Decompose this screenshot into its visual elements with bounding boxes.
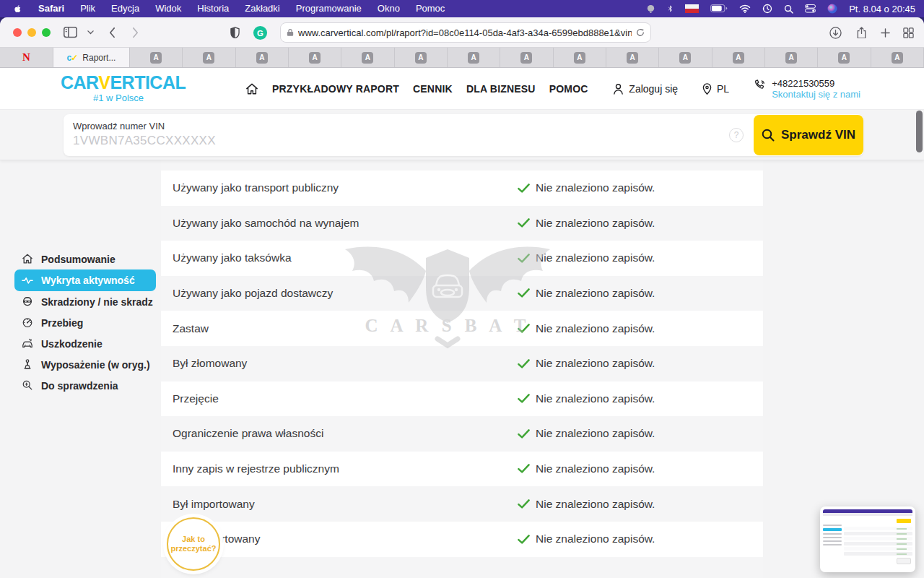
menu-edycja[interactable]: Edycja xyxy=(104,0,147,17)
locale-selector[interactable]: PL xyxy=(702,83,729,95)
table-row: Używany jako taksówka Nie znaleziono zap… xyxy=(161,241,763,276)
sidebar-item-podsumowanie[interactable]: Podsumowanie xyxy=(14,249,156,269)
carvertical-logo[interactable]: CARVERTICAL #1 w Polsce xyxy=(61,73,176,103)
generic-favicon: A xyxy=(785,52,797,64)
phone-number[interactable]: +48221530559 xyxy=(772,78,860,89)
menu-zakladki[interactable]: Zakładki xyxy=(237,0,287,17)
generic-favicon: A xyxy=(415,52,427,64)
thumb-sidebar xyxy=(823,517,842,565)
tab-netflix[interactable]: N xyxy=(0,48,53,67)
tab-item[interactable]: A xyxy=(289,48,341,67)
share-icon[interactable] xyxy=(852,23,871,42)
tab-item[interactable]: A xyxy=(818,48,871,67)
tab-item[interactable]: A xyxy=(448,48,500,67)
menu-pomoc[interactable]: Pomoc xyxy=(409,0,452,17)
tab-item[interactable]: A xyxy=(554,48,606,67)
sidebar-item-wyposazenie[interactable]: Wyposażenie (w oryg.) xyxy=(14,354,156,375)
screenshot-preview-thumbnail[interactable] xyxy=(820,506,915,572)
sidebar-item-do-sprawdzenia[interactable]: Do sprawdzenia xyxy=(14,375,156,396)
sidebar-item-skradziony[interactable]: Skradziony / nie skradz xyxy=(14,291,156,312)
vin-input-placeholder: 1VWBN7A35CCXXXXXX xyxy=(73,134,216,148)
generic-favicon: A xyxy=(468,52,479,64)
wifi-icon[interactable] xyxy=(739,4,751,13)
magnifier-plus-icon xyxy=(22,380,34,390)
table-row: Był eksportowany Nie znaleziono zapisów. xyxy=(161,522,763,557)
check-icon xyxy=(518,394,530,403)
menu-plik[interactable]: Plik xyxy=(73,0,103,17)
forward-button[interactable] xyxy=(126,23,144,42)
login-button[interactable]: Zaloguj się xyxy=(613,83,678,95)
carvertical-favicon: c✓ xyxy=(67,53,79,63)
tab-item[interactable]: A xyxy=(606,48,659,67)
table-row: Przejęcie Nie znaleziono zapisów. xyxy=(161,381,763,417)
nav-przykladowy-raport[interactable]: PRZYKŁADOWY RAPORT xyxy=(272,83,399,95)
netflix-favicon: N xyxy=(22,51,30,64)
back-button[interactable] xyxy=(103,23,121,42)
minimize-window-button[interactable] xyxy=(27,28,36,37)
siri-icon[interactable] xyxy=(827,4,837,14)
check-vin-button[interactable]: Sprawdź VIN xyxy=(754,115,863,155)
zoom-window-button[interactable] xyxy=(42,28,51,37)
check-icon xyxy=(518,359,530,368)
scrollbar-thumb[interactable] xyxy=(916,111,923,152)
table-row: Ograniczenie prawa własności Nie znalezi… xyxy=(161,416,763,452)
grammarly-extension-icon[interactable]: G xyxy=(250,23,269,42)
tab-item[interactable]: A xyxy=(236,48,289,67)
battery-icon[interactable] xyxy=(710,4,728,12)
home-icon[interactable] xyxy=(245,83,258,95)
tab-item[interactable]: A xyxy=(341,48,394,67)
tab-item[interactable]: A xyxy=(183,48,235,67)
url-bar[interactable]: www.carvertical.com/pl/raport?id=08c0e11… xyxy=(280,22,651,43)
how-to-read-badge[interactable]: Jak to przeczytać? xyxy=(167,517,220,571)
apple-menu-icon[interactable] xyxy=(9,4,30,14)
tab-item[interactable]: A xyxy=(500,48,553,67)
sidebar-item-uszkodzenie[interactable]: Uszkodzenie xyxy=(14,333,156,354)
tab-item[interactable]: A xyxy=(659,48,712,67)
menu-okno[interactable]: Okno xyxy=(370,0,407,17)
generic-favicon: A xyxy=(574,52,585,64)
chevron-down-icon[interactable] xyxy=(81,23,100,42)
nav-pomoc[interactable]: POMOC xyxy=(549,83,588,95)
tab-item[interactable]: A xyxy=(395,48,448,67)
tab-item[interactable]: A xyxy=(712,48,765,67)
tab-item[interactable]: A xyxy=(871,48,924,67)
menu-safari[interactable]: Safari xyxy=(31,0,71,17)
poland-flag-icon[interactable] xyxy=(685,4,699,13)
bluetooth-icon[interactable] xyxy=(667,4,674,14)
reload-icon[interactable] xyxy=(636,28,645,37)
sidebar-item-przebieg[interactable]: Przebieg xyxy=(14,312,156,333)
status-app-icon[interactable] xyxy=(646,4,655,14)
generic-favicon: A xyxy=(627,52,638,64)
tab-label: Raport... xyxy=(82,53,116,63)
menu-programowanie[interactable]: Programowanie xyxy=(289,0,369,17)
time-machine-icon[interactable] xyxy=(762,4,772,14)
tab-overview-icon[interactable] xyxy=(899,23,918,42)
vin-search-strip: Wprowadź numer VIN 1VWBN7A35CCXXXXXX ? S… xyxy=(0,110,924,160)
vin-input[interactable]: Wprowadź numer VIN 1VWBN7A35CCXXXXXX ? S… xyxy=(64,114,863,156)
menu-widok[interactable]: Widok xyxy=(148,0,188,17)
menu-historia[interactable]: Historia xyxy=(190,0,236,17)
close-window-button[interactable] xyxy=(13,28,22,37)
new-tab-icon[interactable] xyxy=(876,23,894,42)
tab-active-raport[interactable]: c✓ Raport... xyxy=(53,48,130,67)
nav-dla-biznesu[interactable]: DLA BIZNESU xyxy=(466,83,536,95)
contact-link[interactable]: Skontaktuj się z nami xyxy=(772,89,860,100)
tab-item[interactable]: A xyxy=(765,48,818,67)
check-icon xyxy=(518,288,530,298)
activity-table: Używany jako transport publiczny Nie zna… xyxy=(161,160,763,578)
safari-window: G www.carvertical.com/pl/raport?id=08c0e… xyxy=(0,17,924,578)
tab-item[interactable]: A xyxy=(130,48,183,67)
downloads-icon[interactable] xyxy=(826,23,845,42)
help-icon[interactable]: ? xyxy=(729,128,744,142)
spotlight-search-icon[interactable] xyxy=(784,4,793,14)
pin-icon xyxy=(702,83,712,95)
menubar-clock[interactable]: Pt. 8.04 o 20:45 xyxy=(849,4,915,14)
generic-favicon: A xyxy=(362,52,373,64)
control-center-icon[interactable] xyxy=(805,4,816,12)
logo-tagline: #1 w Polsce xyxy=(61,92,176,103)
sidebar-toggle-icon[interactable] xyxy=(61,23,79,42)
person-icon xyxy=(613,83,624,95)
sidebar-item-wykryta-aktywnosc[interactable]: Wykryta aktywność xyxy=(14,269,156,291)
privacy-shield-icon[interactable] xyxy=(225,23,244,42)
nav-cennik[interactable]: CENNIK xyxy=(413,83,453,95)
